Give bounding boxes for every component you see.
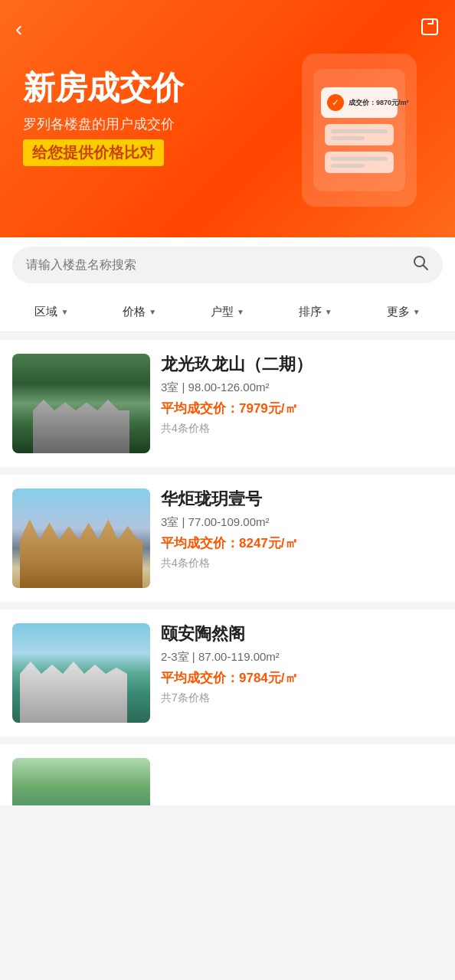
card-count-2: 共4条价格 xyxy=(161,557,443,570)
filter-price-arrow: ▼ xyxy=(149,308,156,316)
card-price-3: 平均成交价：9784元/㎡ xyxy=(161,669,443,687)
card-image-1 xyxy=(12,354,150,453)
listing-card-4-partial[interactable] xyxy=(0,744,455,805)
search-icon[interactable] xyxy=(412,254,429,276)
card-name-2: 华炬珑玥壹号 xyxy=(161,488,443,511)
svg-rect-0 xyxy=(422,19,437,34)
search-bar xyxy=(0,237,455,292)
card-image-3 xyxy=(12,623,150,723)
card-rooms-1: 3室 | 98.00-126.00m² xyxy=(161,381,443,395)
filter-sort[interactable]: 排序 ▼ xyxy=(271,292,359,332)
filter-sort-label: 排序 xyxy=(299,305,322,319)
listing-card-3[interactable]: 颐安陶然阁 2-3室 | 87.00-119.00m² 平均成交价：9784元/… xyxy=(0,609,455,737)
banner-highlight: 给您提供价格比对 xyxy=(23,139,164,166)
filter-more-label: 更多 xyxy=(387,305,410,319)
filter-region-arrow: ▼ xyxy=(61,308,68,316)
card-count-3: 共7条价格 xyxy=(161,691,443,705)
card-info-2: 华炬珑玥壹号 3室 | 77.00-109.00m² 平均成交价：8247元/㎡… xyxy=(161,488,443,570)
filter-type-label: 户型 xyxy=(211,305,234,319)
share-button[interactable] xyxy=(420,17,440,41)
filter-bar: 区域 ▼ 价格 ▼ 户型 ▼ 排序 ▼ 更多 ▼ xyxy=(0,292,455,332)
card-name-3: 颐安陶然阁 xyxy=(161,623,443,645)
filter-region-label: 区域 xyxy=(34,305,57,319)
filter-price[interactable]: 价格 ▼ xyxy=(96,292,184,332)
card-rooms-3: 2-3室 | 87.00-119.00m² xyxy=(161,650,443,665)
listings: 龙光玖龙山（二期） 3室 | 98.00-126.00m² 平均成交价：7979… xyxy=(0,332,455,813)
card-image-2 xyxy=(12,488,150,588)
filter-more-arrow: ▼ xyxy=(413,308,421,316)
banner-phone-illustration: ✓ 成交价：9870元/m² xyxy=(302,54,432,222)
card-rooms-2: 3室 | 77.00-109.00m² xyxy=(161,515,443,530)
filter-region[interactable]: 区域 ▼ xyxy=(8,292,96,332)
card-count-1: 共4条价格 xyxy=(161,422,443,436)
card-image-4 xyxy=(12,758,150,805)
back-button[interactable]: ‹ xyxy=(15,17,22,41)
card-name-1: 龙光玖龙山（二期） xyxy=(161,354,443,376)
card-info-3: 颐安陶然阁 2-3室 | 87.00-119.00m² 平均成交价：9784元/… xyxy=(161,623,443,705)
filter-type-arrow: ▼ xyxy=(237,308,244,316)
listing-card-1[interactable]: 龙光玖龙山（二期） 3室 | 98.00-126.00m² 平均成交价：7979… xyxy=(0,340,455,467)
filter-price-label: 价格 xyxy=(123,305,146,319)
filter-sort-arrow: ▼ xyxy=(325,308,332,316)
card-price-2: 平均成交价：8247元/㎡ xyxy=(161,534,443,552)
badge-price: 成交价：9870元/m² xyxy=(349,98,409,108)
search-input[interactable] xyxy=(26,258,404,272)
listing-card-2[interactable]: 华炬珑玥壹号 3室 | 77.00-109.00m² 平均成交价：8247元/㎡… xyxy=(0,475,455,602)
filter-more[interactable]: 更多 ▼ xyxy=(359,292,447,332)
search-input-wrap[interactable] xyxy=(12,247,443,283)
filter-type[interactable]: 户型 ▼ xyxy=(184,292,272,332)
card-price-1: 平均成交价：7979元/㎡ xyxy=(161,400,443,417)
banner: ‹ 新房成交价 罗列各楼盘的用户成交价 给您提供价格比对 ✓ 成交价：9870元… xyxy=(0,0,455,237)
card-info-1: 龙光玖龙山（二期） 3室 | 98.00-126.00m² 平均成交价：7979… xyxy=(161,354,443,436)
